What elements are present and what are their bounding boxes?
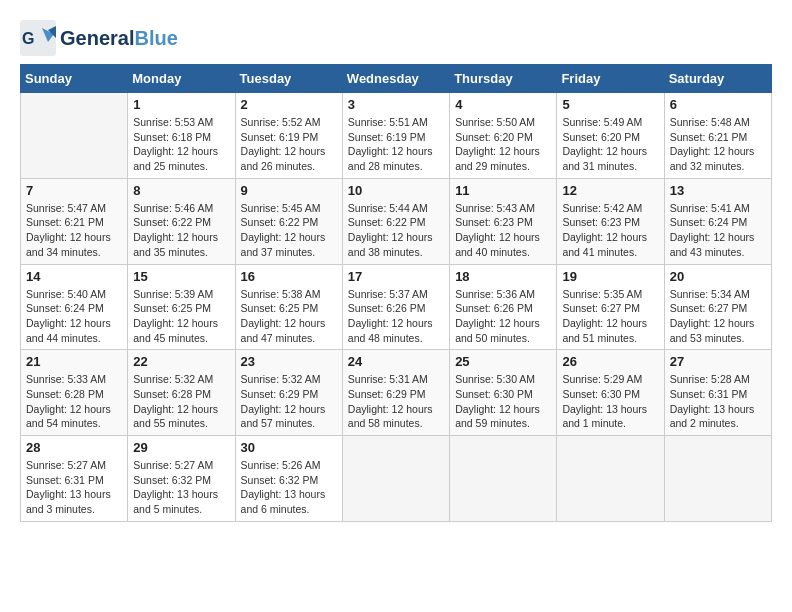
calendar-week-1: 1Sunrise: 5:53 AMSunset: 6:18 PMDaylight… xyxy=(21,93,772,179)
calendar-cell xyxy=(450,436,557,522)
weekday-header-thursday: Thursday xyxy=(450,65,557,93)
weekday-header-row: SundayMondayTuesdayWednesdayThursdayFrid… xyxy=(21,65,772,93)
day-number: 18 xyxy=(455,269,551,284)
calendar-cell: 7Sunrise: 5:47 AMSunset: 6:21 PMDaylight… xyxy=(21,178,128,264)
day-number: 2 xyxy=(241,97,337,112)
day-info: Sunrise: 5:39 AMSunset: 6:25 PMDaylight:… xyxy=(133,287,229,346)
weekday-header-saturday: Saturday xyxy=(664,65,771,93)
calendar-cell: 19Sunrise: 5:35 AMSunset: 6:27 PMDayligh… xyxy=(557,264,664,350)
calendar-week-3: 14Sunrise: 5:40 AMSunset: 6:24 PMDayligh… xyxy=(21,264,772,350)
day-number: 5 xyxy=(562,97,658,112)
calendar-cell: 10Sunrise: 5:44 AMSunset: 6:22 PMDayligh… xyxy=(342,178,449,264)
calendar-cell: 30Sunrise: 5:26 AMSunset: 6:32 PMDayligh… xyxy=(235,436,342,522)
day-info: Sunrise: 5:47 AMSunset: 6:21 PMDaylight:… xyxy=(26,201,122,260)
weekday-header-friday: Friday xyxy=(557,65,664,93)
day-info: Sunrise: 5:44 AMSunset: 6:22 PMDaylight:… xyxy=(348,201,444,260)
calendar-cell: 22Sunrise: 5:32 AMSunset: 6:28 PMDayligh… xyxy=(128,350,235,436)
calendar-cell: 20Sunrise: 5:34 AMSunset: 6:27 PMDayligh… xyxy=(664,264,771,350)
day-number: 6 xyxy=(670,97,766,112)
day-info: Sunrise: 5:31 AMSunset: 6:29 PMDaylight:… xyxy=(348,372,444,431)
day-info: Sunrise: 5:28 AMSunset: 6:31 PMDaylight:… xyxy=(670,372,766,431)
day-info: Sunrise: 5:43 AMSunset: 6:23 PMDaylight:… xyxy=(455,201,551,260)
calendar-cell: 4Sunrise: 5:50 AMSunset: 6:20 PMDaylight… xyxy=(450,93,557,179)
calendar-cell: 29Sunrise: 5:27 AMSunset: 6:32 PMDayligh… xyxy=(128,436,235,522)
calendar-cell: 17Sunrise: 5:37 AMSunset: 6:26 PMDayligh… xyxy=(342,264,449,350)
day-number: 29 xyxy=(133,440,229,455)
weekday-header-sunday: Sunday xyxy=(21,65,128,93)
day-number: 10 xyxy=(348,183,444,198)
day-number: 3 xyxy=(348,97,444,112)
calendar-cell: 1Sunrise: 5:53 AMSunset: 6:18 PMDaylight… xyxy=(128,93,235,179)
day-info: Sunrise: 5:32 AMSunset: 6:29 PMDaylight:… xyxy=(241,372,337,431)
day-info: Sunrise: 5:45 AMSunset: 6:22 PMDaylight:… xyxy=(241,201,337,260)
calendar-cell: 9Sunrise: 5:45 AMSunset: 6:22 PMDaylight… xyxy=(235,178,342,264)
day-number: 15 xyxy=(133,269,229,284)
day-info: Sunrise: 5:36 AMSunset: 6:26 PMDaylight:… xyxy=(455,287,551,346)
calendar-cell: 24Sunrise: 5:31 AMSunset: 6:29 PMDayligh… xyxy=(342,350,449,436)
logo-text: GeneralBlue xyxy=(60,27,178,49)
day-number: 14 xyxy=(26,269,122,284)
day-info: Sunrise: 5:35 AMSunset: 6:27 PMDaylight:… xyxy=(562,287,658,346)
calendar-cell: 2Sunrise: 5:52 AMSunset: 6:19 PMDaylight… xyxy=(235,93,342,179)
calendar-cell: 16Sunrise: 5:38 AMSunset: 6:25 PMDayligh… xyxy=(235,264,342,350)
calendar-cell xyxy=(557,436,664,522)
calendar-table: SundayMondayTuesdayWednesdayThursdayFrid… xyxy=(20,64,772,522)
svg-text:G: G xyxy=(22,30,34,47)
calendar-cell: 12Sunrise: 5:42 AMSunset: 6:23 PMDayligh… xyxy=(557,178,664,264)
day-info: Sunrise: 5:26 AMSunset: 6:32 PMDaylight:… xyxy=(241,458,337,517)
logo: G GeneralBlue xyxy=(20,20,178,56)
calendar-cell: 11Sunrise: 5:43 AMSunset: 6:23 PMDayligh… xyxy=(450,178,557,264)
day-number: 4 xyxy=(455,97,551,112)
calendar-cell: 14Sunrise: 5:40 AMSunset: 6:24 PMDayligh… xyxy=(21,264,128,350)
day-info: Sunrise: 5:41 AMSunset: 6:24 PMDaylight:… xyxy=(670,201,766,260)
day-number: 16 xyxy=(241,269,337,284)
day-number: 19 xyxy=(562,269,658,284)
day-number: 12 xyxy=(562,183,658,198)
day-info: Sunrise: 5:27 AMSunset: 6:31 PMDaylight:… xyxy=(26,458,122,517)
day-info: Sunrise: 5:27 AMSunset: 6:32 PMDaylight:… xyxy=(133,458,229,517)
calendar-cell: 21Sunrise: 5:33 AMSunset: 6:28 PMDayligh… xyxy=(21,350,128,436)
calendar-cell: 28Sunrise: 5:27 AMSunset: 6:31 PMDayligh… xyxy=(21,436,128,522)
day-info: Sunrise: 5:32 AMSunset: 6:28 PMDaylight:… xyxy=(133,372,229,431)
day-info: Sunrise: 5:52 AMSunset: 6:19 PMDaylight:… xyxy=(241,115,337,174)
calendar-cell xyxy=(21,93,128,179)
day-number: 7 xyxy=(26,183,122,198)
day-info: Sunrise: 5:38 AMSunset: 6:25 PMDaylight:… xyxy=(241,287,337,346)
day-number: 27 xyxy=(670,354,766,369)
day-info: Sunrise: 5:42 AMSunset: 6:23 PMDaylight:… xyxy=(562,201,658,260)
day-number: 13 xyxy=(670,183,766,198)
logo-icon: G xyxy=(20,20,56,56)
day-info: Sunrise: 5:46 AMSunset: 6:22 PMDaylight:… xyxy=(133,201,229,260)
day-number: 23 xyxy=(241,354,337,369)
day-number: 25 xyxy=(455,354,551,369)
calendar-cell: 18Sunrise: 5:36 AMSunset: 6:26 PMDayligh… xyxy=(450,264,557,350)
day-number: 1 xyxy=(133,97,229,112)
calendar-cell: 27Sunrise: 5:28 AMSunset: 6:31 PMDayligh… xyxy=(664,350,771,436)
day-number: 17 xyxy=(348,269,444,284)
calendar-week-5: 28Sunrise: 5:27 AMSunset: 6:31 PMDayligh… xyxy=(21,436,772,522)
calendar-cell xyxy=(342,436,449,522)
page-header: G GeneralBlue xyxy=(20,20,772,56)
calendar-cell: 26Sunrise: 5:29 AMSunset: 6:30 PMDayligh… xyxy=(557,350,664,436)
day-number: 9 xyxy=(241,183,337,198)
day-info: Sunrise: 5:33 AMSunset: 6:28 PMDaylight:… xyxy=(26,372,122,431)
calendar-cell: 8Sunrise: 5:46 AMSunset: 6:22 PMDaylight… xyxy=(128,178,235,264)
day-info: Sunrise: 5:34 AMSunset: 6:27 PMDaylight:… xyxy=(670,287,766,346)
calendar-week-4: 21Sunrise: 5:33 AMSunset: 6:28 PMDayligh… xyxy=(21,350,772,436)
calendar-cell: 23Sunrise: 5:32 AMSunset: 6:29 PMDayligh… xyxy=(235,350,342,436)
day-info: Sunrise: 5:30 AMSunset: 6:30 PMDaylight:… xyxy=(455,372,551,431)
calendar-cell: 15Sunrise: 5:39 AMSunset: 6:25 PMDayligh… xyxy=(128,264,235,350)
day-info: Sunrise: 5:50 AMSunset: 6:20 PMDaylight:… xyxy=(455,115,551,174)
day-info: Sunrise: 5:40 AMSunset: 6:24 PMDaylight:… xyxy=(26,287,122,346)
day-number: 24 xyxy=(348,354,444,369)
weekday-header-tuesday: Tuesday xyxy=(235,65,342,93)
day-number: 8 xyxy=(133,183,229,198)
day-number: 26 xyxy=(562,354,658,369)
day-info: Sunrise: 5:48 AMSunset: 6:21 PMDaylight:… xyxy=(670,115,766,174)
day-number: 21 xyxy=(26,354,122,369)
calendar-week-2: 7Sunrise: 5:47 AMSunset: 6:21 PMDaylight… xyxy=(21,178,772,264)
day-number: 28 xyxy=(26,440,122,455)
calendar-cell: 6Sunrise: 5:48 AMSunset: 6:21 PMDaylight… xyxy=(664,93,771,179)
calendar-cell xyxy=(664,436,771,522)
day-number: 22 xyxy=(133,354,229,369)
